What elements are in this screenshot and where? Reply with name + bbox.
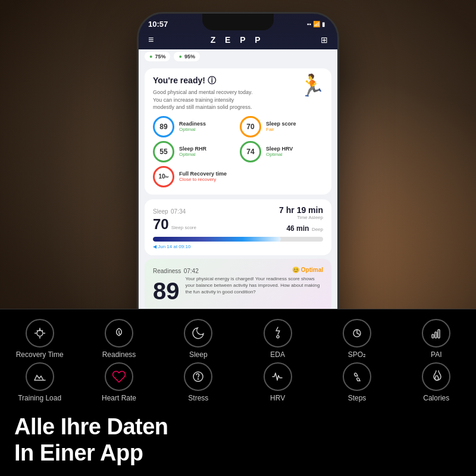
- svg-rect-5: [435, 332, 437, 338]
- eda-icon: [264, 319, 292, 347]
- sleep-date: ◀ Jun 14 at 09:10: [153, 244, 323, 249]
- svg-rect-6: [438, 330, 440, 338]
- sleep-bar: [153, 237, 281, 242]
- stress-pct: 95%: [184, 54, 195, 60]
- full-recovery-info: Full Recovery time Close to recovery: [179, 171, 227, 182]
- icon-item-stress[interactable]: Stress: [171, 362, 225, 402]
- icons-row-1: Recovery Time Readiness Sleep: [0, 319, 476, 359]
- ready-title: You're ready! ⓘ: [153, 76, 323, 86]
- readiness-left: Readiness 07:42: [153, 265, 199, 275]
- sleep-score-label: Sleep score: [171, 225, 196, 230]
- wifi-icon: ▪▪: [307, 21, 311, 27]
- sleep-section: Sleep 07:34 70 Sleep score 7 hr 19 min T…: [145, 199, 331, 255]
- phone-screen: 10:57 ▪▪ 📶 ▮ ≡ Z E P P ⊞ ●: [139, 14, 337, 343]
- icon-item-pai[interactable]: PAI: [409, 319, 463, 359]
- grid-icon[interactable]: ⊞: [321, 35, 328, 45]
- svg-rect-4: [432, 334, 434, 338]
- svg-point-8: [198, 379, 199, 380]
- indicators-grid: 89 Readiness Optimal 70 Sleep score Fa: [153, 116, 323, 187]
- readiness-info: Readiness Optimal: [179, 121, 206, 132]
- sleep-rhr-info: Sleep RHR Optimal: [179, 146, 206, 157]
- sleep-score-info: Sleep score Fair: [266, 121, 296, 132]
- sleep-score-ring: 70: [240, 116, 261, 137]
- sleep-hrv-ring: 74: [240, 141, 261, 162]
- readiness-optimal-status: 😊 Optimal: [292, 267, 323, 273]
- svg-point-1: [39, 330, 40, 331]
- eda-label: EDA: [270, 350, 285, 359]
- sleep-left: Sleep 07:34 70 Sleep score: [153, 205, 196, 233]
- sleep-hrv-indicator: 74 Sleep HRV Optimal: [240, 141, 323, 162]
- ready-card: You're ready! ⓘ Good physical and mental…: [145, 68, 331, 195]
- sleep-icon: [184, 319, 212, 347]
- icon-item-steps[interactable]: Steps: [330, 362, 384, 402]
- hrv-label: HRV: [270, 394, 285, 402]
- readiness-ring: 89: [153, 116, 174, 137]
- phone-outer-shell: 10:57 ▪▪ 📶 ▮ ≡ Z E P P ⊞ ●: [137, 12, 339, 345]
- readiness-number: 89: [153, 278, 180, 305]
- hrv-icon: [264, 362, 292, 391]
- spo2-label: SPO₂: [348, 350, 366, 359]
- phone-mockup: 10:57 ▪▪ 📶 ▮ ≡ Z E P P ⊞ ●: [137, 12, 339, 345]
- heart-rate-icon: [105, 362, 133, 391]
- training-load-icon: [26, 362, 54, 391]
- sleep-rhr-indicator: 55 Sleep RHR Optimal: [153, 141, 236, 162]
- pai-icon: [422, 319, 450, 347]
- sleep-time: 07:34: [171, 208, 186, 215]
- deep-sleep-value: 46 min: [286, 224, 309, 233]
- menu-icon[interactable]: ≡: [148, 35, 154, 45]
- readiness-description: Your physical energy is charged! Your re…: [186, 275, 324, 296]
- spo2-icon: [343, 319, 371, 347]
- app-content: ● 75% ● 95% You're ready! ⓘ Good physica…: [139, 49, 337, 343]
- deep-sleep-label: Deep: [312, 227, 323, 232]
- icon-item-hrv[interactable]: HRV: [251, 362, 305, 402]
- battery-pct: 75%: [155, 54, 165, 60]
- calories-label: Calories: [423, 394, 449, 402]
- status-icons: ▪▪ 📶 ▮: [307, 21, 325, 27]
- readiness-icon: [105, 319, 133, 347]
- stress-label: Stress: [188, 394, 208, 402]
- recovery-time-label: Recovery Time: [16, 350, 64, 359]
- full-recovery-ring: 10hr: [153, 166, 174, 187]
- signal-icon: 📶: [313, 21, 320, 27]
- calories-icon: [422, 362, 450, 391]
- icon-item-training-load[interactable]: Training Load: [13, 362, 67, 402]
- icon-item-sleep[interactable]: Sleep: [171, 319, 225, 359]
- sleep-score-value: 70: [153, 216, 169, 233]
- icon-item-spo2[interactable]: SPO₂: [330, 319, 384, 359]
- steps-label: Steps: [348, 394, 367, 402]
- training-load-label: Training Load: [18, 394, 61, 402]
- sleep-label: Sleep: [153, 208, 168, 215]
- icon-item-eda[interactable]: EDA: [251, 319, 305, 359]
- app-header: ≡ Z E P P ⊞: [139, 30, 337, 49]
- bottom-section: Recovery Time Readiness Sleep: [0, 309, 476, 476]
- readiness-header: Readiness 07:42 😊 Optimal: [153, 265, 323, 275]
- time-asleep-label: Time Asleep: [279, 215, 323, 220]
- runner-icon: 🏃: [299, 73, 325, 98]
- icon-item-calories[interactable]: Calories: [409, 362, 463, 402]
- app-logo: Z E P P: [211, 35, 264, 45]
- icon-item-heart-rate[interactable]: Heart Rate: [92, 362, 146, 402]
- headline-line1: Alle Ihre Daten: [14, 414, 462, 440]
- heart-rate-label: Heart Rate: [102, 394, 136, 402]
- icon-item-recovery-time[interactable]: Recovery Time: [13, 319, 67, 359]
- pai-label: PAI: [431, 350, 441, 359]
- full-recovery-indicator: 10hr Full Recovery time Close to recover…: [153, 166, 236, 187]
- sleep-duration: 7 hr 19 min: [279, 205, 323, 215]
- sleep-right: 7 hr 19 min Time Asleep 46 min Deep: [279, 205, 323, 233]
- readiness-section: Readiness 07:42 😊 Optimal 89 Your physic…: [145, 259, 331, 313]
- headline: Alle Ihre Daten In Einer App: [0, 406, 476, 472]
- sleep-score-indicator: 70 Sleep score Fair: [240, 116, 323, 137]
- icons-row-2: Training Load Heart Rate Stress: [0, 362, 476, 402]
- steps-icon: [343, 362, 371, 391]
- readiness-section-time: 07:42: [184, 268, 199, 274]
- status-time: 10:57: [148, 20, 168, 29]
- icon-item-readiness[interactable]: Readiness: [92, 319, 146, 359]
- phone-notch: [202, 14, 274, 30]
- svg-point-2: [277, 336, 279, 338]
- battery-icon: ▮: [322, 21, 325, 27]
- readiness-indicator: 89 Readiness Optimal: [153, 116, 236, 137]
- headline-line2: In Einer App: [14, 440, 462, 466]
- sleep-bar-container: [153, 237, 323, 242]
- stress-icon: [184, 362, 212, 391]
- readiness-label: Readiness: [102, 350, 136, 359]
